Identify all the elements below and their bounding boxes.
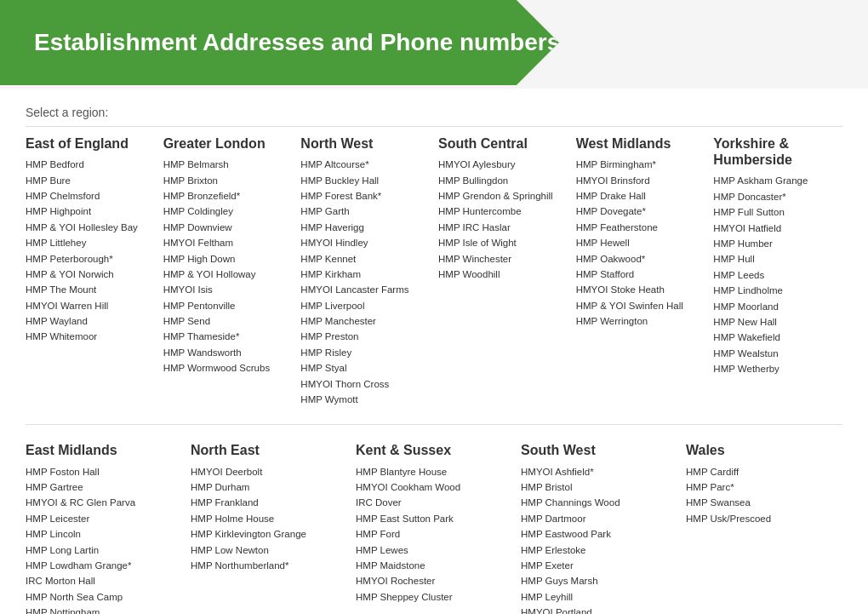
region-item[interactable]: HMYOI Warren Hill (26, 298, 155, 313)
region-item[interactable]: HMP Buckley Hall (300, 173, 430, 188)
region-item[interactable]: HMP Bullingdon (438, 173, 568, 188)
region-item[interactable]: HMYOI Portland (521, 605, 677, 614)
region-item[interactable]: HMYOI Cookham Wood (356, 479, 512, 495)
region-item[interactable]: HMP North Sea Camp (26, 589, 182, 605)
region-item[interactable]: HMP Full Sutton (713, 204, 842, 220)
region-item[interactable]: HMP Werrington (576, 313, 705, 329)
region-item[interactable]: HMP & YOI Holloway (163, 267, 293, 282)
region-item[interactable]: HMP Kennet (300, 251, 430, 267)
region-item[interactable]: HMYOI Hindley (300, 235, 430, 250)
region-item[interactable]: HMP Preston (300, 329, 430, 344)
region-item[interactable]: HMP Isle of Wight (438, 235, 568, 250)
region-item[interactable]: HMP Erlestoke (521, 542, 677, 558)
region-item[interactable]: HMP East Sutton Park (356, 511, 512, 526)
region-item[interactable]: HMP & YOI Hollesley Bay (26, 220, 155, 235)
region-item[interactable]: HMYOI Thorn Cross (300, 376, 430, 392)
region-item[interactable]: HMP Woodhill (438, 267, 568, 282)
region-item[interactable]: HMP Peterborough* (26, 251, 155, 267)
region-item[interactable]: HMP The Mount (26, 282, 155, 297)
region-item[interactable]: HMYOI Deerbolt (191, 464, 347, 479)
region-item[interactable]: HMP Coldingley (163, 204, 293, 219)
region-item[interactable]: HMP Chelmsford (26, 188, 155, 204)
region-item[interactable]: HMP & YOI Swinfen Hall (576, 298, 705, 313)
region-item[interactable]: HMP Winchester (438, 251, 568, 267)
region-item[interactable]: HMP Styal (300, 360, 430, 376)
region-item[interactable]: HMP Lowdham Grange* (26, 558, 182, 573)
region-item[interactable]: HMP Usk/Prescoed (686, 511, 842, 526)
region-item[interactable]: HMP Blantyre House (356, 464, 512, 479)
region-item[interactable]: HMP Lincoln (26, 526, 182, 542)
region-item[interactable]: HMP Holme House (191, 511, 347, 526)
region-item[interactable]: HMP Whitemoor (26, 329, 155, 344)
region-item[interactable]: HMP Askham Grange (713, 173, 842, 188)
region-item[interactable]: HMP Wetherby (713, 361, 842, 376)
region-item[interactable]: HMP Channings Wood (521, 495, 677, 510)
region-item[interactable]: HMYOI Rochester (356, 573, 512, 588)
region-item[interactable]: HMP Frankland (191, 495, 347, 510)
region-item[interactable]: HMYOI Feltham (163, 235, 293, 250)
region-item[interactable]: HMP & YOI Norwich (26, 267, 155, 282)
region-item[interactable]: HMP Eastwood Park (521, 526, 677, 542)
region-item[interactable]: HMYOI Isis (163, 282, 293, 297)
region-item[interactable]: HMP Drake Hall (576, 188, 705, 204)
region-item[interactable]: HMP Lewes (356, 542, 512, 558)
region-item[interactable]: HMP Low Newton (191, 542, 347, 558)
region-item[interactable]: IRC Dover (356, 495, 512, 510)
region-item[interactable]: HMP Wandsworth (163, 345, 293, 360)
region-item[interactable]: HMYOI Lancaster Farms (300, 282, 430, 297)
region-item[interactable]: HMP Littlehey (26, 235, 155, 250)
region-item[interactable]: HMP Foston Hall (26, 464, 182, 479)
region-item[interactable]: HMP Oakwood* (576, 251, 705, 267)
region-item[interactable]: HMP Thameside* (163, 329, 293, 344)
region-item[interactable]: HMP Durham (191, 479, 347, 495)
region-item[interactable]: HMP Kirklevington Grange (191, 526, 347, 542)
region-item[interactable]: HMP Haverigg (300, 220, 430, 235)
region-item[interactable]: HMP Lindholme (713, 283, 842, 298)
region-item[interactable]: HMP High Down (163, 251, 293, 267)
region-item[interactable]: HMP Dartmoor (521, 511, 677, 526)
region-item[interactable]: HMP Dovegate* (576, 204, 705, 219)
region-item[interactable]: HMP Brixton (163, 173, 293, 188)
region-item[interactable]: HMYOI Hatfield (713, 221, 842, 236)
region-item[interactable]: HMP Humber (713, 236, 842, 251)
region-item[interactable]: HMYOI Brinsford (576, 173, 705, 188)
region-item[interactable]: HMP Wormwood Scrubs (163, 360, 293, 376)
region-item[interactable]: HMP Altcourse* (300, 157, 430, 172)
region-item[interactable]: HMP IRC Haslar (438, 220, 568, 235)
region-item[interactable]: HMYOI & RC Glen Parva (26, 495, 182, 510)
region-item[interactable]: HMP Manchester (300, 313, 430, 329)
region-item[interactable]: HMP Huntercombe (438, 204, 568, 219)
region-item[interactable]: HMP Long Lartin (26, 542, 182, 558)
region-item[interactable]: HMP Forest Bank* (300, 188, 430, 204)
region-item[interactable]: HMP Nottingham (26, 605, 182, 614)
region-item[interactable]: IRC Morton Hall (26, 573, 182, 588)
region-item[interactable]: HMP Wakefield (713, 330, 842, 345)
region-item[interactable]: HMP Leyhill (521, 589, 677, 605)
region-item[interactable]: HMP Cardiff (686, 464, 842, 479)
region-item[interactable]: HMP Sheppey Cluster (356, 589, 512, 605)
region-item[interactable]: HMP Leeds (713, 267, 842, 283)
region-item[interactable]: HMP Risley (300, 345, 430, 360)
region-item[interactable]: HMP Hewell (576, 235, 705, 250)
region-item[interactable]: HMP Swansea (686, 495, 842, 510)
region-item[interactable]: HMYOI Aylesbury (438, 157, 568, 172)
region-item[interactable]: HMP Maidstone (356, 558, 512, 573)
region-item[interactable]: HMP Liverpool (300, 298, 430, 313)
region-item[interactable]: HMP Moorland (713, 299, 842, 314)
region-item[interactable]: HMP Featherstone (576, 220, 705, 235)
region-item[interactable]: HMP Bedford (26, 157, 155, 172)
region-item[interactable]: HMP Bronzefield* (163, 188, 293, 204)
region-item[interactable]: HMP Exeter (521, 558, 677, 573)
region-item[interactable]: HMP Guys Marsh (521, 573, 677, 588)
region-item[interactable]: HMP Highpoint (26, 204, 155, 219)
region-item[interactable]: HMP Ford (356, 526, 512, 542)
region-item[interactable]: HMYOI Ashfield* (521, 464, 677, 479)
region-item[interactable]: HMP Belmarsh (163, 157, 293, 172)
region-item[interactable]: HMP Bristol (521, 479, 677, 495)
region-item[interactable]: HMP Garth (300, 204, 430, 219)
region-item[interactable]: HMP Parc* (686, 479, 842, 495)
region-item[interactable]: HMP Grendon & Springhill (438, 188, 568, 204)
region-item[interactable]: HMP Doncaster* (713, 189, 842, 204)
region-item[interactable]: HMYOI Stoke Heath (576, 282, 705, 297)
region-item[interactable]: HMP Birmingham* (576, 157, 705, 172)
